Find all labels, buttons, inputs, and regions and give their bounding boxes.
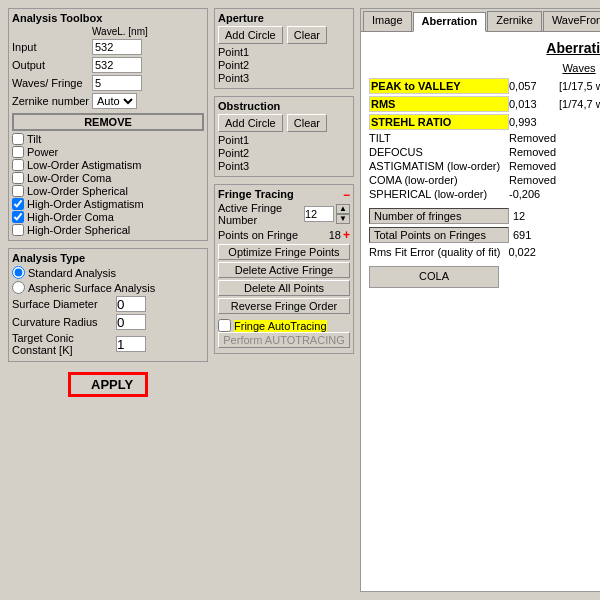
- aber-row-astigmatism: ASTIGMATISM (low-order) Removed: [369, 160, 600, 172]
- input-label: Input: [12, 41, 92, 53]
- obstruction-section: Obstruction Add Circle Clear Point1 Poin…: [214, 96, 354, 177]
- active-fringe-input[interactable]: [304, 206, 334, 222]
- fringe-down-button[interactable]: ▼: [336, 214, 350, 224]
- aspheric-label: Aspheric Surface Analysis: [28, 282, 155, 294]
- perform-button[interactable]: Perform AUTOTRACING: [218, 332, 350, 348]
- points-fringe-value: 18: [329, 229, 341, 241]
- toolbox-title: Analysis Toolbox: [12, 12, 204, 24]
- power-checkbox[interactable]: [12, 146, 24, 158]
- bottom-area: COLA Conic Constant (K) range K < -1 Hyp…: [369, 266, 600, 358]
- tilt-checkbox[interactable]: [12, 133, 24, 145]
- plus-icon[interactable]: +: [343, 228, 350, 242]
- surface-diameter-label: Surface Diameter: [12, 298, 112, 310]
- rms-fit-label: Rms Fit Error (quality of fit): [369, 246, 500, 258]
- center-left-panel: Aperture Add Circle Clear Point1 Point2 …: [214, 8, 354, 592]
- defocus-name: DEFOCUS: [369, 146, 509, 158]
- tab-image[interactable]: Image: [363, 11, 412, 31]
- waves-col-header: Waves: [539, 62, 600, 74]
- delete-active-button[interactable]: Delete Active Fringe: [218, 262, 350, 278]
- point1-label-1: Point1: [218, 46, 350, 58]
- wavelength-unit-label: WaveL. [nm]: [92, 26, 148, 37]
- aberration-header: Waves NanoMeters: [369, 62, 600, 74]
- aber-row-tilt: TILT Removed: [369, 132, 600, 144]
- standard-radio-row: Standard Analysis: [12, 266, 204, 279]
- main-container: Analysis Toolbox WaveL. [nm] Input Outpu…: [0, 0, 600, 600]
- clear-button-1[interactable]: Clear: [287, 26, 327, 44]
- fringe-title: Fringe Tracing: [218, 188, 294, 200]
- tab-aberration[interactable]: Aberration: [413, 12, 487, 32]
- target-conic-row: Target Conic Constant [K]: [12, 332, 204, 356]
- aberrations-title: Aberrations: [369, 40, 600, 56]
- zernike-select[interactable]: Auto: [92, 93, 137, 109]
- autotrace-label: Fringe AutoTracing: [234, 320, 327, 332]
- wavelength-header-row: WaveL. [nm]: [12, 26, 204, 37]
- analysis-type-section: Analysis Type Standard Analysis Aspheric…: [8, 248, 208, 362]
- power-label: Power: [27, 146, 58, 158]
- optimize-button[interactable]: Optimize Fringe Points: [218, 244, 350, 260]
- high-astigmatism-checkbox[interactable]: [12, 198, 24, 210]
- defocus-val1: Removed: [509, 146, 559, 158]
- rms-fit-value: 0,022: [508, 246, 536, 258]
- output-field[interactable]: [92, 57, 142, 73]
- curvature-radius-row: Curvature Radius: [12, 314, 204, 330]
- low-coma-row: Low-Order Coma: [12, 172, 204, 184]
- standard-radio[interactable]: [12, 266, 25, 279]
- aspheric-radio[interactable]: [12, 281, 25, 294]
- aberration-content: Aberrations Waves NanoMeters PEAK to VAL…: [361, 32, 600, 591]
- analysis-toolbox-section: Analysis Toolbox WaveL. [nm] Input Outpu…: [8, 8, 208, 241]
- low-spherical-label: Low-Order Spherical: [27, 185, 128, 197]
- low-spherical-checkbox[interactable]: [12, 185, 24, 197]
- coma-val1: Removed: [509, 174, 559, 186]
- low-astigmatism-checkbox[interactable]: [12, 159, 24, 171]
- surface-diameter-input[interactable]: [116, 296, 146, 312]
- aber-row-rms: RMS 0,013 [1/74,7 waves] 7,1 nm.: [369, 96, 600, 112]
- waves-label: Waves/ Fringe: [12, 77, 92, 89]
- fringe-up-button[interactable]: ▲: [336, 204, 350, 214]
- output-row: Output: [12, 57, 204, 73]
- aperture-section: Aperture Add Circle Clear Point1 Point2 …: [214, 8, 354, 89]
- add-circle-button-1[interactable]: Add Circle: [218, 26, 283, 44]
- remove-button[interactable]: REMOVE: [12, 113, 204, 131]
- tilt-row: Tilt: [12, 133, 204, 145]
- autotrace-checkbox[interactable]: [218, 319, 231, 332]
- low-astigmatism-row: Low-Order Astigmatism: [12, 159, 204, 171]
- input-row: Input: [12, 39, 204, 55]
- high-coma-label: High-Order Coma: [27, 211, 114, 223]
- fringe-header: Fringe Tracing −: [218, 188, 350, 202]
- spherical-name: SPHERICAL (low-order): [369, 188, 509, 200]
- input-field[interactable]: [92, 39, 142, 55]
- tab-zernike[interactable]: Zernike: [487, 11, 542, 31]
- high-spherical-checkbox[interactable]: [12, 224, 24, 236]
- minus-icon[interactable]: −: [343, 188, 350, 202]
- add-circle-button-2[interactable]: Add Circle: [218, 114, 283, 132]
- aber-row-ptv: PEAK to VALLEY 0,057 [1/17,5 waves] 30,4…: [369, 78, 600, 94]
- reverse-button[interactable]: Reverse Fringe Order: [218, 298, 350, 314]
- zernike-label: Zernike number: [12, 95, 92, 107]
- target-conic-input[interactable]: [116, 336, 146, 352]
- delete-all-button[interactable]: Delete All Points: [218, 280, 350, 296]
- waves-field[interactable]: [92, 75, 142, 91]
- low-coma-checkbox[interactable]: [12, 172, 24, 184]
- fringe-section: Fringe Tracing − Active Fringe Number ▲ …: [214, 184, 354, 354]
- apply-button[interactable]: APPLY: [68, 372, 148, 397]
- clear-button-2[interactable]: Clear: [287, 114, 327, 132]
- output-label: Output: [12, 59, 92, 71]
- total-points-row: Total Points on Fringes 691: [369, 227, 600, 243]
- waves-row: Waves/ Fringe: [12, 75, 204, 91]
- astigmatism-name: ASTIGMATISM (low-order): [369, 160, 509, 172]
- aber-row-coma: COMA (low-order) Removed: [369, 174, 600, 186]
- ptv-val2: [1/17,5 waves]: [559, 80, 600, 92]
- point2-label-1: Point2: [218, 59, 350, 71]
- aperture-btn-row: Add Circle Clear: [218, 26, 350, 44]
- cola-area: COLA: [369, 266, 499, 288]
- astigmatism-val1: Removed: [509, 160, 559, 172]
- rms-name: RMS: [369, 96, 509, 112]
- active-fringe-label: Active Fringe Number: [218, 202, 300, 226]
- curvature-radius-input[interactable]: [116, 314, 146, 330]
- power-row: Power: [12, 146, 204, 158]
- right-panel: Image Aberration Zernike WaveFront PSF M…: [360, 8, 600, 592]
- high-coma-checkbox[interactable]: [12, 211, 24, 223]
- cola-button[interactable]: COLA: [369, 266, 499, 288]
- spherical-val1: -0,206: [509, 188, 559, 200]
- tab-wavefront[interactable]: WaveFront: [543, 11, 600, 31]
